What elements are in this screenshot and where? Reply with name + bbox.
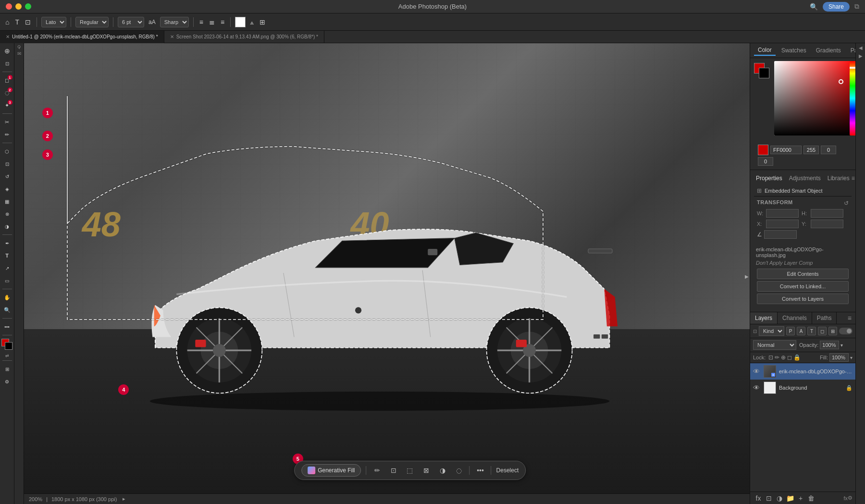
- text-color-swatch[interactable]: [235, 17, 246, 27]
- artboard-tool[interactable]: ⊡: [1, 58, 13, 69]
- align-right-button[interactable]: ≡: [219, 18, 226, 26]
- path-select-tool[interactable]: ↗: [1, 262, 13, 274]
- text-tool[interactable]: T: [1, 250, 13, 261]
- hex-input[interactable]: FF0000: [770, 146, 802, 154]
- opacity-input[interactable]: 100%: [820, 341, 839, 349]
- tab-2[interactable]: ✕ Screen Shot 2023-06-14 at 9.13.43 AM.p…: [164, 31, 324, 43]
- r-input[interactable]: [803, 146, 819, 154]
- gen-transform-button[interactable]: ⊡: [388, 465, 399, 476]
- gen-brush-button[interactable]: ✏: [371, 465, 383, 476]
- clone-tool[interactable]: ⊡: [1, 158, 13, 170]
- blend-mode-select[interactable]: Normal: [753, 340, 796, 350]
- align-left-button[interactable]: ≡: [198, 18, 205, 26]
- align-center-button[interactable]: ≣: [208, 18, 216, 26]
- y-input[interactable]: 0 px: [811, 220, 843, 228]
- paths-tab[interactable]: Paths: [812, 312, 837, 324]
- swap-colors[interactable]: ⇄: [5, 353, 9, 358]
- layer-item-2[interactable]: 👁 Background 🔒: [750, 380, 855, 396]
- arrange-icon[interactable]: ⧉: [854, 2, 859, 11]
- move-tool[interactable]: ⊕: [1, 45, 13, 57]
- gradients-tab[interactable]: Gradients: [812, 46, 845, 55]
- canvas-badge-2[interactable]: 2: [42, 131, 53, 141]
- new-layer-button[interactable]: +: [795, 493, 806, 504]
- gen-more-button[interactable]: •••: [475, 465, 486, 476]
- g-input[interactable]: [821, 146, 836, 154]
- lock-artboard-icon[interactable]: ◻: [787, 354, 792, 361]
- zoom-tool[interactable]: 🔍: [1, 304, 13, 316]
- history-icon[interactable]: ⟳: [16, 45, 22, 49]
- deselect-button[interactable]: Deselect: [496, 467, 519, 474]
- color-tab[interactable]: Color: [754, 45, 776, 56]
- marquee-tool[interactable]: ◻ 1: [1, 74, 13, 86]
- layers-settings-icon[interactable]: ⚙: [848, 495, 853, 501]
- layers-panel-close[interactable]: ≡: [844, 314, 855, 322]
- pixel-filter[interactable]: P: [786, 327, 795, 335]
- anti-alias-select[interactable]: Sharp: [160, 17, 189, 27]
- collapse-icon[interactable]: ▶: [859, 53, 863, 59]
- font-size-icon[interactable]: aA: [147, 19, 157, 25]
- canvas-badge-1[interactable]: 1: [42, 108, 53, 118]
- close-button[interactable]: [6, 3, 12, 10]
- channels-tab[interactable]: Channels: [778, 312, 812, 324]
- adjustments-tab[interactable]: Adjustments: [787, 174, 823, 183]
- lock-transparent-icon[interactable]: ⊡: [768, 354, 773, 361]
- canvas-scroll-right[interactable]: ▶: [745, 274, 749, 279]
- generative-fill-button[interactable]: Generative Fill: [301, 464, 361, 477]
- options-button[interactable]: ⊞: [258, 18, 267, 26]
- lock-image-icon[interactable]: ✏: [775, 354, 779, 361]
- expand-icon[interactable]: ◀: [859, 45, 863, 50]
- font-family-select[interactable]: Lato: [41, 17, 66, 27]
- gradient-tool[interactable]: ▦: [1, 196, 13, 207]
- fill-arrow[interactable]: ▾: [850, 355, 853, 360]
- add-mask-button[interactable]: ⊡: [764, 493, 774, 504]
- pen-tool[interactable]: ✒: [1, 237, 13, 249]
- warp-text-button[interactable]: ⟁: [248, 18, 255, 26]
- tab-1[interactable]: ✕ Untitled-1 @ 200% (erik-mclean-dbLgODX…: [0, 31, 164, 43]
- gen-feather-button[interactable]: ◌: [453, 465, 465, 476]
- edit-toolbar[interactable]: ⊞: [1, 363, 13, 375]
- transform-reset[interactable]: ↺: [844, 200, 849, 207]
- filter-toggle[interactable]: [839, 328, 853, 334]
- canvas-badge-3[interactable]: 3: [42, 149, 53, 160]
- new-group-button[interactable]: 📁: [785, 493, 795, 504]
- add-fx-button[interactable]: fx: [753, 493, 764, 504]
- type-filter[interactable]: T: [807, 327, 816, 335]
- layer-vis-2[interactable]: 👁: [753, 384, 761, 392]
- hue-slider[interactable]: [850, 61, 855, 135]
- more-tools[interactable]: •••: [1, 321, 13, 332]
- delete-layer-button[interactable]: 🗑: [806, 493, 816, 504]
- edit-contents-button[interactable]: Edit Contents: [757, 269, 849, 279]
- layer-kind-filter[interactable]: Kind: [759, 326, 784, 336]
- search-icon[interactable]: 🔍: [810, 3, 818, 11]
- blur-tool[interactable]: ⊗: [1, 208, 13, 220]
- gen-warp-button[interactable]: ⬚: [404, 465, 416, 476]
- eraser-tool[interactable]: ◈: [1, 183, 13, 195]
- home-tool-button[interactable]: ⌂: [4, 18, 11, 26]
- angle-input[interactable]: 0.00°: [764, 230, 797, 239]
- props-panel-menu[interactable]: ≡: [852, 175, 855, 182]
- opacity-arrow[interactable]: ▾: [840, 343, 843, 348]
- status-expand[interactable]: ▸: [123, 496, 125, 502]
- shape-filter[interactable]: ◻: [818, 327, 827, 335]
- history-brush[interactable]: ↺: [1, 171, 13, 182]
- fill-input[interactable]: 100%: [829, 353, 849, 362]
- minimize-button[interactable]: [15, 3, 22, 10]
- brush-tool[interactable]: ⬡: [1, 146, 13, 157]
- maximize-button[interactable]: [25, 3, 31, 10]
- libraries-tab[interactable]: Libraries: [826, 174, 852, 183]
- layer-item-1[interactable]: 👁 ⊞ erik-mclean-dbLgODXOPgo-unsplash: [750, 363, 855, 380]
- comment-icon[interactable]: ✉: [17, 51, 21, 56]
- shape-tool[interactable]: ▭: [1, 275, 13, 286]
- convert-linked-button[interactable]: Convert to Linked...: [757, 281, 849, 292]
- hand-tool[interactable]: ✋: [1, 292, 13, 303]
- background-color[interactable]: [5, 342, 12, 350]
- background-swatch[interactable]: [759, 68, 769, 78]
- new-fill-button[interactable]: ◑: [774, 493, 785, 504]
- color-preview[interactable]: [758, 145, 768, 155]
- type-tool-button[interactable]: T: [13, 18, 21, 26]
- properties-tab[interactable]: Properties: [754, 174, 784, 183]
- color-swatches-widget[interactable]: [1, 339, 13, 350]
- layer-vis-1[interactable]: 👁: [753, 368, 761, 375]
- gen-mask-button[interactable]: ⊠: [420, 465, 432, 476]
- lock-position-icon[interactable]: ⊕: [781, 354, 786, 361]
